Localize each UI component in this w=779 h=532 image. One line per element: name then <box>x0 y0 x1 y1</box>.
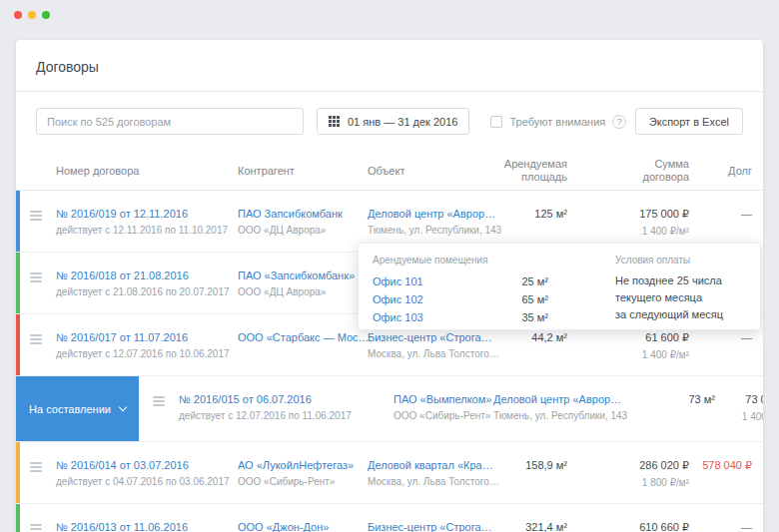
counterparty-sub: ООО «Сибирь-Рент» <box>238 476 368 487</box>
amount-rate: 1 400 ₽/м² <box>567 226 689 237</box>
drag-handle-icon <box>30 524 42 532</box>
counterparty-sub: ООО «ДЦ Аврора» <box>238 286 368 297</box>
payment-terms: Условия оплаты Не позднее 25 числа текущ… <box>615 255 723 318</box>
attention-filter: Требуют внимания ? <box>490 115 626 129</box>
premises-list: Арендуемые помещения Офис 101 25 м² Офис… <box>373 255 548 318</box>
page-title: Договоры <box>16 40 763 92</box>
row-status-bar <box>16 253 20 313</box>
contract-number-link[interactable]: № 2016/013 от 11.06.2016 <box>56 521 238 532</box>
contract-number-link[interactable]: № 2016/018 от 21.08.2016 <box>56 269 238 281</box>
counterparty-link[interactable]: АО «ЛукойлНефтегаз» <box>238 459 368 471</box>
date-range-label: 01 янв — 31 дек 2016 <box>348 116 457 128</box>
counterparty-sub: ООО «Сибирь-Рент» <box>393 410 493 421</box>
minimize-window-icon[interactable] <box>28 11 36 19</box>
contract-number-link[interactable]: № 2016/014 от 03.07.2016 <box>56 459 238 471</box>
premise-item: Офис 103 35 м² <box>373 308 548 326</box>
drag-handle[interactable] <box>16 442 56 503</box>
object-link[interactable]: Бизнес-центр «Строга… <box>368 521 495 532</box>
counterparty-link[interactable]: ПАО «Запсибкомбанк» <box>238 269 368 281</box>
premise-link[interactable]: Офис 102 <box>373 290 423 308</box>
amount-value: 175 000 ₽ <box>567 208 689 221</box>
chevron-down-icon <box>119 402 127 410</box>
header-amount: Сумма договора <box>567 158 689 184</box>
premise-link[interactable]: Офис 103 <box>373 308 423 326</box>
row-status-bar <box>16 504 20 532</box>
drag-handle-icon <box>30 462 42 503</box>
amount-rate: 1 400 ₽/м² <box>567 349 689 360</box>
object-link[interactable]: Деловой квартал «Кра… <box>368 459 495 471</box>
drag-handle[interactable] <box>16 191 56 252</box>
search-input[interactable] <box>36 108 304 135</box>
premise-item: Офис 101 25 м² <box>373 272 548 290</box>
area-value: 321,4 м² <box>495 504 567 532</box>
amount-value: 61 600 ₽ <box>567 331 689 344</box>
drag-handle[interactable] <box>139 376 179 441</box>
contract-number-link[interactable]: № 2016/015 от 06.07.2016 <box>179 393 393 405</box>
header-area: Арендуемая площадь <box>495 158 567 184</box>
attention-checkbox[interactable] <box>490 116 502 128</box>
premises-popup: Арендуемые помещения Офис 101 25 м² Офис… <box>358 243 761 330</box>
drag-handle-icon <box>30 334 42 375</box>
payment-terms-line: за следующий месяц <box>615 306 723 323</box>
payment-terms-label: Условия оплаты <box>615 255 723 266</box>
header-object: Объект <box>368 165 495 177</box>
export-excel-button[interactable]: Экспорт в Excel <box>635 108 743 135</box>
premise-area: 65 м² <box>521 290 548 308</box>
toolbar: 01 янв — 31 дек 2016 Требуют внимания ? … <box>16 92 763 151</box>
object-address: Москва, ул. Льва Толстого… <box>368 348 495 359</box>
amount-value: 73 000 ₽ <box>715 393 763 406</box>
contract-period: действует с 12.07.2016 по 11.06.2017 <box>179 410 393 421</box>
premise-link[interactable]: Офис 101 <box>373 272 423 290</box>
contract-number-link[interactable]: № 2016/017 от 11.07.2016 <box>56 331 238 343</box>
object-address: Москва, ул. Льва Толстого… <box>368 476 495 487</box>
counterparty-link[interactable]: ПАО Запсибкомбанк <box>238 208 368 220</box>
header-number: Номер договора <box>56 165 238 177</box>
contracts-card: Договоры 01 янв — 31 дек 2016 Требуют вн… <box>16 40 763 532</box>
amount-rate: 1 400 ₽/м² <box>715 411 763 422</box>
payment-terms-line: текущего месяца <box>615 289 723 306</box>
header-counterparty: Контрагент <box>238 165 368 177</box>
contract-period: действует с 12.11.2016 по 11.10.2017 <box>56 225 238 236</box>
premise-item: Офис 102 65 м² <box>373 290 548 308</box>
contract-period: действует с 21.08.2016 по 20.07.2017 <box>56 286 238 297</box>
attention-label: Требуют внимания <box>509 116 605 128</box>
drag-handle-icon <box>30 272 42 313</box>
table-header: Номер договора Контрагент Объект Арендуе… <box>16 151 763 191</box>
drag-handle[interactable] <box>16 504 56 532</box>
window-controls <box>14 11 50 19</box>
drag-handle-icon <box>153 396 165 441</box>
object-link[interactable]: Деловой центр «Аврор… <box>368 208 495 220</box>
calendar-grid-icon <box>329 116 340 127</box>
row-status-bar <box>16 191 20 252</box>
counterparty-link[interactable]: ООО «Старбакс — Мос… <box>238 331 368 343</box>
help-icon[interactable]: ? <box>612 115 626 129</box>
counterparty-sub: ООО «ДЦ Аврора» <box>238 225 368 236</box>
drag-handle[interactable] <box>16 314 56 375</box>
premise-area: 25 м² <box>521 272 548 290</box>
premise-area: 35 м² <box>521 308 548 326</box>
counterparty-link[interactable]: ООО «Джон-Дон» <box>238 521 368 532</box>
amount-value: 610 660 ₽ <box>567 521 689 532</box>
object-link[interactable]: Деловой центр «Аврор… <box>493 393 623 405</box>
premises-label: Арендуемые помещения <box>373 255 548 266</box>
group-row[interactable]: На составлении № 2016/015 от 06.07.2016 … <box>16 376 763 442</box>
debt-value: 578 040 ₽ <box>689 442 752 503</box>
header-debt: Долг <box>689 165 752 177</box>
area-value: 73 м² <box>623 376 715 441</box>
close-window-icon[interactable] <box>14 11 22 19</box>
contract-period: действует с 12.07.2016 по 10.06.2017 <box>56 348 238 359</box>
counterparty-link[interactable]: ПАО «Вымпелком» <box>393 393 493 405</box>
group-toggle-button[interactable]: На составлении <box>16 376 139 441</box>
drag-handle[interactable] <box>16 253 56 313</box>
maximize-window-icon[interactable] <box>42 11 50 19</box>
date-range-button[interactable]: 01 янв — 31 дек 2016 <box>317 108 469 135</box>
amount-value: 286 020 ₽ <box>567 459 689 472</box>
table-row[interactable]: № 2016/013 от 11.06.2016 ООО «Джон-Дон» … <box>16 504 763 532</box>
object-link[interactable]: Бизнес-центр «Строга… <box>368 331 495 343</box>
amount-rate: 1 800 ₽/м² <box>567 477 689 488</box>
payment-terms-line: Не позднее 25 числа <box>615 272 723 289</box>
table-row[interactable]: № 2016/014 от 03.07.2016 действует с 04.… <box>16 442 763 504</box>
group-toggle-label: На составлении <box>29 403 111 415</box>
contract-number-link[interactable]: № 2016/019 от 12.11.2016 <box>56 208 238 220</box>
area-value: 158,9 м² <box>495 442 567 503</box>
